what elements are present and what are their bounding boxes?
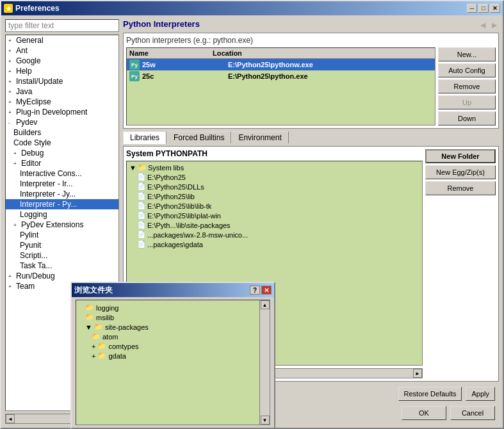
- tree-item-pylint[interactable]: Pylint: [6, 230, 118, 240]
- forward-arrow-icon[interactable]: ►: [490, 20, 499, 30]
- path-label-system-libs: System libs: [148, 164, 184, 172]
- apply-button[interactable]: Apply: [466, 387, 495, 401]
- down-button[interactable]: Down: [438, 111, 496, 125]
- dialog-close-button[interactable]: ✕: [261, 286, 272, 295]
- tree-item-interpreter-jy[interactable]: Interpreter - Jy...: [6, 189, 118, 199]
- tree-item-install-update[interactable]: +Install/Update: [6, 76, 118, 86]
- dialog-label-gdata: gdata: [108, 352, 126, 360]
- interpreters-section: Python interpreters (e.g.: python.exe) N…: [123, 33, 499, 129]
- tree-item-pydev-extensions[interactable]: +PyDev Extensions: [6, 220, 118, 230]
- dialog-item-site-packages[interactable]: ▼ 📁 site-packages: [79, 322, 257, 332]
- path-item-plat-win[interactable]: 📄 E:\Python25\lib\plat-win: [128, 211, 421, 220]
- tab-forced-builtins[interactable]: Forced Builtins: [167, 131, 231, 143]
- tree-item-java[interactable]: +Java: [6, 86, 118, 97]
- path-item-dlls[interactable]: 📄 E:\Python25\DLLs: [128, 182, 421, 191]
- file-icon-2: 📄: [137, 182, 146, 191]
- cancel-button[interactable]: Cancel: [450, 406, 495, 420]
- system-path-label: System PYTHONPATH: [126, 149, 423, 158]
- tree-item-help[interactable]: +Help: [6, 66, 118, 76]
- back-arrow-icon[interactable]: ◄: [478, 20, 487, 30]
- table-row-25w[interactable]: Py 25w E:\Python25\pythonw.exe: [127, 59, 435, 70]
- path-label-site-packages: E:\Pyth...\lib\site-packages: [147, 222, 231, 229]
- path-item-gdata[interactable]: 📄 ...packages\gdata: [128, 239, 421, 249]
- tree-item-code-style[interactable]: Code Style: [6, 138, 118, 148]
- close-button[interactable]: ✕: [490, 4, 500, 13]
- up-button[interactable]: Up: [438, 95, 496, 109]
- dialog-label-site-packages: site-packages: [105, 323, 149, 331]
- table-row-25c[interactable]: Py 25c E:\Python25\python.exe: [127, 70, 435, 82]
- new-egg-zip-button[interactable]: New Egg/Zip(s): [425, 165, 496, 179]
- row-location-25c: E:\Python25\python.exe: [228, 72, 432, 80]
- path-item-python25[interactable]: 📄 E:\Python25: [128, 172, 421, 182]
- dialog-folder-icon-logging: 📁: [85, 304, 94, 312]
- path-buttons: New Folder New Egg/Zip(s) Remove: [425, 149, 496, 378]
- window-icon: ★: [4, 4, 13, 13]
- dialog-label-comtypes: comtypes: [108, 343, 138, 350]
- file-icon-8: 📄: [137, 240, 146, 248]
- tree-item-debug[interactable]: +Debug: [6, 148, 118, 158]
- tree-item-interpreter-py[interactable]: Interpreter - Py...: [6, 199, 118, 209]
- file-icon-6: 📄: [137, 221, 146, 229]
- file-icon-1: 📄: [137, 173, 146, 181]
- tree-item-ant[interactable]: +Ant: [6, 45, 118, 56]
- dialog-file-area: 📁 logging 📁 msilib ▼ 📁 site-packages 📁: [76, 300, 270, 425]
- minimize-button[interactable]: ─: [467, 4, 477, 13]
- tree-item-general[interactable]: +General: [6, 35, 118, 45]
- auto-config-button[interactable]: Auto Config: [438, 63, 496, 77]
- path-label-plat-win: E:\Python25\lib\plat-win: [147, 212, 221, 220]
- scroll-left-arrow[interactable]: ◄: [6, 414, 15, 423]
- dialog-scroll-up[interactable]: ▲: [261, 300, 270, 309]
- tab-libraries[interactable]: Libraries: [123, 131, 167, 144]
- path-item-wx[interactable]: 📄 ...packages\wx-2.8-msw-unico...: [128, 230, 421, 239]
- title-bar-left: ★ Preferences: [4, 4, 60, 13]
- title-controls: ─ □ ✕: [467, 4, 500, 13]
- tab-environment[interactable]: Environment: [231, 131, 288, 143]
- col-name-header: Name: [129, 49, 213, 57]
- tree-item-logging[interactable]: Logging: [6, 209, 118, 220]
- ok-button[interactable]: OK: [402, 406, 446, 420]
- file-icon-3: 📄: [137, 192, 146, 200]
- dialog-item-atom[interactable]: 📁 atom: [79, 332, 257, 341]
- tree-item-interpreter-ir[interactable]: Interpreter - Ir...: [6, 179, 118, 189]
- tree-item-plugin-dev[interactable]: +Plug-in Development: [6, 107, 118, 117]
- dialog-item-msilib[interactable]: 📁 msilib: [79, 312, 257, 322]
- tree-item-myeclipse[interactable]: +MyEclipse: [6, 97, 118, 107]
- dialog-folder-icon-msilib: 📁: [85, 313, 94, 321]
- path-item-system-libs[interactable]: ▼ 📁 System libs: [128, 163, 421, 172]
- file-icon-4: 📄: [137, 202, 146, 210]
- path-item-lib[interactable]: 📄 E:\Python25\lib: [128, 191, 421, 201]
- restore-defaults-button[interactable]: Restore Defaults: [398, 387, 462, 401]
- new-folder-button[interactable]: New Folder: [425, 149, 496, 163]
- dialog-item-gdata-dlg[interactable]: + 📁 gdata: [79, 351, 257, 360]
- filter-input[interactable]: [5, 19, 119, 32]
- path-scroll-right[interactable]: ►: [413, 369, 422, 378]
- nav-arrows: ◄ ►: [478, 20, 499, 30]
- path-remove-button[interactable]: Remove: [425, 181, 496, 195]
- tree-item-builders[interactable]: Builders: [6, 127, 118, 138]
- dialog-help-button[interactable]: ?: [250, 286, 260, 295]
- row-name-25w: 25w: [142, 61, 225, 69]
- remove-button[interactable]: Remove: [438, 79, 496, 93]
- path-label-dlls: E:\Python25\DLLs: [147, 183, 204, 191]
- tree-item-run-debug[interactable]: +Run/Debug: [6, 271, 118, 281]
- path-label-wx: ...packages\wx-2.8-msw-unico...: [147, 231, 248, 239]
- new-button[interactable]: New...: [438, 47, 496, 61]
- tree-item-interactive-cons[interactable]: Interactive Cons...: [6, 168, 118, 179]
- dialog-label-msilib: msilib: [96, 314, 114, 321]
- tree-item-scripti[interactable]: Scripti...: [6, 250, 118, 261]
- dialog-item-logging[interactable]: 📁 logging: [79, 303, 257, 312]
- tree-item-pydev[interactable]: -Pydev: [6, 117, 118, 127]
- dialog-label-atom: atom: [102, 333, 118, 341]
- path-item-site-packages[interactable]: 📄 E:\Pyth...\lib\site-packages: [128, 220, 421, 230]
- dialog-folder-icon-comtypes: 📁: [97, 342, 106, 350]
- section-title: Python Interpreters: [123, 19, 200, 30]
- tree-item-editor[interactable]: +Editor: [6, 158, 118, 168]
- dialog-item-comtypes[interactable]: + 📁 comtypes: [79, 341, 257, 351]
- maximize-button[interactable]: □: [478, 4, 489, 13]
- path-label-python25: E:\Python25: [147, 174, 186, 181]
- tree-item-google[interactable]: +Google: [6, 56, 118, 66]
- tree-item-pyunit[interactable]: Pyunit: [6, 240, 118, 250]
- dialog-scroll-down[interactable]: ▼: [261, 416, 270, 425]
- tree-item-task-ta[interactable]: Task Ta...: [6, 261, 118, 271]
- path-item-lib-tk[interactable]: 📄 E:\Python25\lib\lib-tk: [128, 201, 421, 211]
